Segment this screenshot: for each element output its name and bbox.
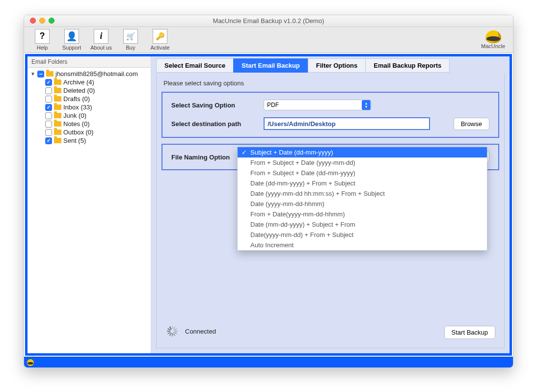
naming-option[interactable]: Auto Increment [238,240,487,250]
tabs: Select Email Source Start Email Backup F… [156,58,505,73]
destination-input[interactable] [264,117,430,130]
tab-backup-reports[interactable]: Email Backup Reports [365,58,450,73]
naming-option[interactable]: From + Date(yyyy-mm-dd-hhmm) [238,209,487,219]
chevron-updown-icon: ▲▼ [362,100,371,110]
saving-option-select[interactable]: PDF ▲▼ [264,100,372,110]
folder-checkbox[interactable] [45,79,52,86]
brand-small-icon [27,359,34,366]
folder-icon [54,121,61,127]
folder-row[interactable]: Outbox (0) [27,128,151,136]
folder-icon [54,113,61,118]
account-label: jhonsmith8285@hotmail.com [55,70,138,78]
main-content: Please select saving options Select Savi… [156,74,505,348]
account-checkbox[interactable] [37,71,44,78]
destination-label: Select destination path [171,120,255,128]
naming-option[interactable]: Date (mm-dd-yyyy) + Subject + From [238,219,487,230]
naming-option[interactable]: Date(yyyy-mm-dd) + From + Subject [238,230,487,240]
tree-account-row[interactable]: ▼ jhonsmith8285@hotmail.com [27,70,151,78]
help-icon: ? [35,29,50,44]
naming-option[interactable]: Subject + Date (dd-mm-yyyy) [238,147,487,157]
toolbar: ? Help 👤 Support i About us 🛒 Buy 🔑 Acti… [24,27,513,53]
activate-button[interactable]: 🔑 Activate [147,29,173,51]
folder-label: Sent (5) [63,137,86,144]
folder-label: Notes (0) [63,120,89,128]
support-icon: 👤 [64,29,79,44]
folder-row[interactable]: Archive (4) [27,78,151,86]
bottom-bar [24,357,513,367]
brand-icon [485,30,501,43]
help-button[interactable]: ? Help [29,29,55,51]
folder-icon [46,71,54,77]
titlebar: MacUncle Email Backup v1.0.2 (Demo) [24,15,513,27]
buy-button[interactable]: 🛒 Buy [117,29,144,51]
body-area: Email Folders ▼ jhonsmith8285@hotmail.co… [24,53,513,367]
naming-label: File Naming Option [171,154,240,161]
folder-icon [54,88,61,93]
folder-icon [54,130,61,135]
key-icon: 🔑 [153,29,167,44]
toolbar-label: Activate [150,45,169,51]
about-button[interactable]: i About us [88,29,114,51]
folder-label: Drafts (0) [63,95,90,103]
toolbar-label: Help [37,45,48,51]
folder-row[interactable]: Deleted (0) [27,86,151,95]
browse-button[interactable]: Browse [454,118,489,130]
saving-option-value: PDF [267,102,279,108]
folder-icon [54,138,61,143]
status-row: Connected [166,325,216,337]
info-icon: i [94,29,108,44]
naming-group: File Naming Option Subject + Date (dd-mm… [161,144,499,170]
tab-start-backup[interactable]: Start Email Backup [233,58,308,73]
section-intro: Please select saving options [161,78,499,92]
disclosure-icon[interactable]: ▼ [30,71,35,77]
folder-checkbox[interactable] [45,104,52,111]
folder-checkbox[interactable] [45,96,52,103]
toolbar-label: Support [62,45,81,51]
folder-checkbox[interactable] [45,121,52,128]
toolbar-label: Buy [126,45,135,51]
folder-row[interactable]: Inbox (33) [27,103,151,111]
window-title: MacUncle Email Backup v1.0.2 (Demo) [24,17,513,25]
folder-label: Deleted (0) [63,87,95,94]
folder-row[interactable]: Junk (0) [27,111,151,120]
spinner-icon [166,325,178,337]
folder-icon [54,105,61,110]
status-text: Connected [185,328,216,335]
folder-label: Archive (4) [63,78,94,86]
brand-label: MacUncle [481,43,505,49]
cart-icon: 🛒 [123,29,138,44]
folder-row[interactable]: Notes (0) [27,120,151,128]
main-panel: Select Email Source Start Email Backup F… [151,56,510,353]
sidebar: Email Folders ▼ jhonsmith8285@hotmail.co… [27,56,151,353]
start-backup-button[interactable]: Start Backup [444,326,495,339]
sidebar-header: Email Folders [27,56,151,68]
naming-dropdown[interactable]: Subject + Date (dd-mm-yyyy)From + Subjec… [237,147,487,251]
naming-option[interactable]: Date (yyyy-mm-dd-hhmm) [238,199,487,209]
naming-option[interactable]: From + Subject + Date (yyyy-mm-dd) [238,157,487,168]
support-button[interactable]: 👤 Support [58,29,85,51]
folder-tree: ▼ jhonsmith8285@hotmail.com Archive (4)D… [27,68,151,147]
folder-label: Inbox (33) [63,104,92,111]
saving-group: Select Saving Option PDF ▲▼ Select desti… [161,92,499,138]
folder-checkbox[interactable] [45,129,52,136]
folder-checkbox[interactable] [45,112,52,119]
folder-checkbox[interactable] [45,137,52,144]
folder-row[interactable]: Drafts (0) [27,95,151,103]
toolbar-label: About us [90,45,111,51]
naming-option[interactable]: Date (yyyy-mm-dd hh:mm:ss) + From + Subj… [238,188,487,199]
folder-label: Junk (0) [63,112,86,119]
folder-icon [54,79,61,85]
saving-option-label: Select Saving Option [171,102,255,109]
naming-option[interactable]: Date (dd-mm-yyyy) + From + Subject [238,178,487,188]
naming-option[interactable]: From + Subject + Date (dd-mm-yyyy) [238,168,487,178]
content-frame: Email Folders ▼ jhonsmith8285@hotmail.co… [25,54,512,356]
tab-filter-options[interactable]: Filter Options [308,58,366,73]
folder-icon [54,96,61,102]
brand: MacUncle [481,30,505,49]
folder-label: Outbox (0) [63,129,93,136]
folder-checkbox[interactable] [45,87,52,94]
folder-row[interactable]: Sent (5) [27,136,151,145]
app-window: MacUncle Email Backup v1.0.2 (Demo) ? He… [24,15,513,368]
tab-select-source[interactable]: Select Email Source [156,58,234,73]
